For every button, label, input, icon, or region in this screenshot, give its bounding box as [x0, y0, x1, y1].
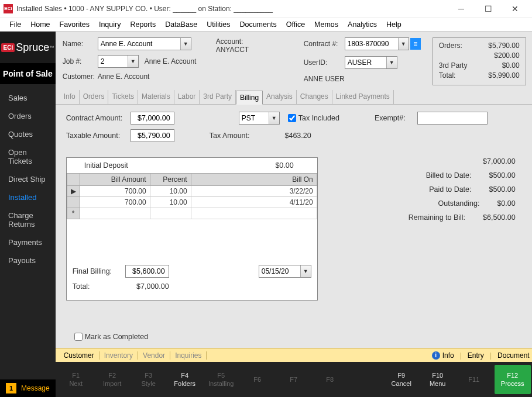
exempt-input[interactable] — [417, 112, 488, 125]
taxable-amount-label: Taxable Amount: — [66, 132, 131, 140]
summary-3rdparty-value: $0.00 — [502, 61, 520, 70]
info-icon[interactable]: i — [432, 351, 440, 360]
final-billing-date-input[interactable] — [259, 265, 300, 277]
cell-bill-amount[interactable]: 700.00 — [80, 186, 150, 197]
customer-value: Anne E. Account — [98, 73, 150, 81]
menu-help[interactable]: Help — [382, 20, 406, 29]
fkey-f3: F3Style — [131, 371, 167, 388]
fkey-f12[interactable]: F12Process — [495, 365, 531, 394]
userid-dropdown-button[interactable]: ▼ — [386, 57, 397, 68]
cell-percent[interactable]: 10.00 — [150, 197, 191, 208]
cell-bill-amount[interactable]: 700.00 — [80, 197, 150, 208]
row-selector[interactable]: ▶ — [67, 186, 80, 197]
cell-bill-on[interactable]: 4/11/20 — [191, 197, 317, 208]
fkey-f5: F5Installing — [203, 371, 239, 388]
job-label: Job #: — [63, 57, 98, 65]
btab-inquiries[interactable]: Inquiries — [170, 351, 207, 360]
menu-home[interactable]: Home — [26, 20, 54, 29]
tab-tickets[interactable]: Tickets — [108, 90, 138, 104]
job-name: Anne E. Account — [145, 57, 197, 65]
bottom-info[interactable]: Info — [442, 351, 454, 360]
sidebar-item-payments[interactable]: Payments — [0, 233, 56, 251]
sidebar-item-sales[interactable]: Sales — [0, 89, 56, 107]
new-row-marker[interactable]: * — [67, 208, 80, 219]
tab-linked-payments[interactable]: Linked Payments — [332, 90, 394, 104]
mark-completed-checkbox[interactable] — [74, 333, 83, 341]
menu-database[interactable]: DataBase — [160, 20, 202, 29]
tab-info[interactable]: Info — [60, 90, 80, 104]
taxable-amount-input[interactable] — [131, 129, 174, 142]
contract-amount-input[interactable] — [131, 112, 174, 125]
sidebar-item-orders[interactable]: Orders — [0, 107, 56, 125]
col-bill-amount[interactable]: Bill Amount — [80, 174, 150, 186]
menu-analytics[interactable]: Analytics — [343, 20, 382, 29]
sidebar-item-direct-ship[interactable]: Direct Ship — [0, 170, 56, 188]
sidebar-item-quotes[interactable]: Quotes — [0, 125, 56, 143]
menu-reports[interactable]: Reports — [125, 20, 160, 29]
userid-input[interactable] — [345, 57, 386, 68]
tab-analysis[interactable]: Analysis — [263, 90, 297, 104]
fkey-f10[interactable]: F10Menu — [420, 371, 456, 388]
billed-value: $500.00 — [489, 171, 516, 179]
cell-bill-on[interactable]: 3/22/20 — [191, 186, 317, 197]
menu-office[interactable]: Office — [282, 20, 310, 29]
menu-favorites[interactable]: Favorites — [55, 20, 94, 29]
close-button[interactable]: ✕ — [502, 0, 528, 18]
summary-total-label: Total: — [439, 71, 456, 80]
sidebar-item-payouts[interactable]: Payouts — [0, 251, 56, 270]
window-titlebar: ECi Installed Sales • 1000 - ANY SUPPLY … — [0, 0, 532, 18]
tab-materials[interactable]: Materials — [138, 90, 174, 104]
menu-memos[interactable]: Memos — [310, 20, 343, 29]
tax-code-input[interactable] — [239, 112, 269, 124]
fkey-f7: F7 — [276, 375, 312, 384]
job-input[interactable] — [98, 56, 128, 67]
col-bill-on[interactable]: Bill On — [191, 174, 317, 186]
tab-labor[interactable]: Labor — [174, 90, 200, 104]
exempt-label: Exempt#: — [375, 114, 406, 122]
tab-changes[interactable]: Changes — [297, 90, 332, 104]
final-billing-input[interactable] — [125, 265, 169, 278]
tax-amount-label: Tax Amount: — [210, 132, 250, 140]
contract-dropdown-button[interactable]: ▼ — [398, 38, 409, 50]
tab-3rd-party[interactable]: 3rd Party — [200, 90, 236, 104]
name-input[interactable] — [98, 38, 180, 50]
summary-total-value: $5,990.00 — [488, 71, 519, 80]
tab-orders[interactable]: Orders — [80, 90, 109, 104]
menu-inquiry[interactable]: Inquiry — [94, 20, 126, 29]
fkey-f6: F6 — [239, 375, 276, 384]
contract-list-icon[interactable]: ≡ — [410, 38, 421, 50]
minimize-button[interactable]: ─ — [448, 0, 475, 18]
sidebar-item-installed[interactable]: Installed — [0, 188, 56, 206]
logo: ECi Spruce ™ — [0, 32, 56, 63]
sidebar-item-open-tickets[interactable]: Open Tickets — [0, 143, 56, 170]
tab-billing[interactable]: Billing — [236, 91, 263, 105]
contract-input[interactable] — [345, 38, 398, 50]
fkey-f9[interactable]: F9Cancel — [383, 371, 420, 388]
name-dropdown-button[interactable]: ▼ — [180, 38, 191, 50]
menu-file[interactable]: File — [5, 20, 26, 29]
fkey-f1: F1Next — [58, 371, 94, 388]
bottom-document[interactable]: Document — [497, 351, 530, 360]
message-bar[interactable]: 1 Message — [0, 379, 56, 397]
btab-customer[interactable]: Customer — [59, 351, 99, 360]
sidebar-item-charge-returns[interactable]: Charge Returns — [0, 206, 56, 233]
btab-inventory[interactable]: Inventory — [99, 351, 138, 360]
job-dropdown-button[interactable]: ▼ — [128, 56, 138, 67]
grid-total-value: $7,000.00 — [125, 282, 169, 291]
col-percent[interactable]: Percent — [150, 174, 191, 186]
fkey-f4[interactable]: F4Folders — [167, 371, 203, 388]
logo-tm: ™ — [49, 45, 54, 50]
cell-percent[interactable]: 10.00 — [150, 186, 191, 197]
menu-utilities[interactable]: Utilities — [202, 20, 235, 29]
menu-documents[interactable]: Documents — [235, 20, 281, 29]
bottom-entry[interactable]: Entry — [468, 351, 484, 360]
summary-orders-value: $5,790.00 — [488, 42, 519, 50]
name-label: Name: — [63, 40, 98, 48]
row-selector[interactable] — [67, 197, 80, 208]
final-billing-date-dropdown[interactable]: ▼ — [300, 265, 311, 277]
tax-included-checkbox[interactable] — [288, 114, 296, 122]
tax-code-dropdown-button[interactable]: ▼ — [269, 112, 279, 124]
btab-vendor[interactable]: Vendor — [138, 351, 170, 360]
maximize-button[interactable]: ☐ — [475, 0, 502, 18]
grid-total-label: Total: — [73, 282, 125, 291]
